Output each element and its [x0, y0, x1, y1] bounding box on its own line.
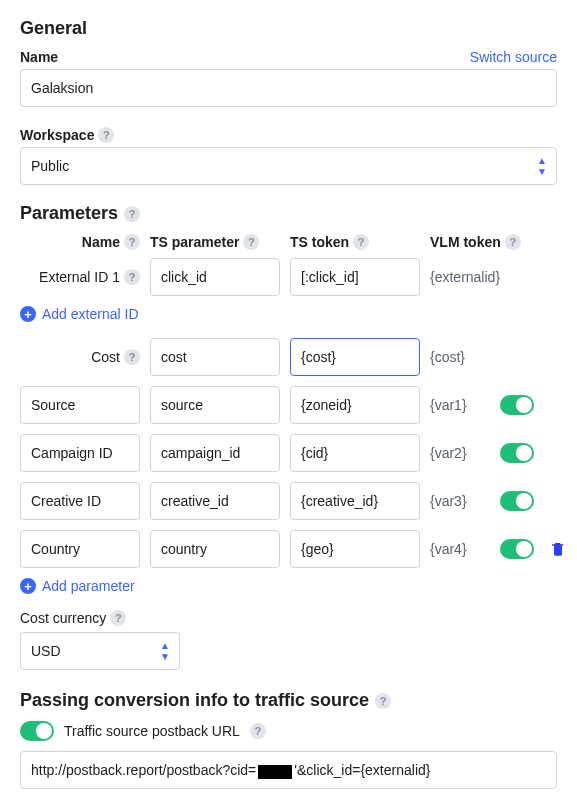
parameters-header-row: Name? TS parameter? TS token? VLM token?	[20, 234, 557, 250]
redacted-block	[258, 765, 292, 779]
postback-toggle[interactable]	[20, 721, 54, 741]
help-icon[interactable]: ?	[250, 723, 266, 739]
section-postback-title: Passing conversion info to traffic sourc…	[20, 690, 557, 711]
name-label: Name	[20, 49, 58, 65]
section-general-title: General	[20, 18, 557, 39]
help-icon[interactable]: ?	[124, 234, 140, 250]
param-row: {var3}	[20, 482, 557, 520]
add-parameter-button[interactable]: + Add parameter	[20, 578, 557, 594]
cost-label: Cost	[91, 349, 120, 365]
param-ts-token-input[interactable]	[290, 386, 420, 424]
help-icon[interactable]: ?	[110, 610, 126, 626]
param-name-input[interactable]	[20, 434, 140, 472]
external-ts-parameter-input[interactable]	[150, 258, 280, 296]
help-icon[interactable]: ?	[505, 234, 521, 250]
workspace-select[interactable]	[20, 147, 557, 185]
param-ts-parameter-input[interactable]	[150, 386, 280, 424]
help-icon[interactable]: ?	[375, 693, 391, 709]
cost-ts-parameter-input[interactable]	[150, 338, 280, 376]
cost-currency-label: Cost currency	[20, 610, 106, 626]
param-name-input[interactable]	[20, 386, 140, 424]
add-external-id-button[interactable]: + Add external ID	[20, 306, 557, 322]
help-icon[interactable]: ?	[124, 206, 140, 222]
param-ts-parameter-input[interactable]	[150, 530, 280, 568]
param-vlm-token: {var3}	[430, 493, 490, 509]
plus-icon: +	[20, 578, 36, 594]
plus-icon: +	[20, 306, 36, 322]
param-name-input[interactable]	[20, 482, 140, 520]
cost-currency-select[interactable]	[20, 632, 180, 670]
help-icon[interactable]: ?	[353, 234, 369, 250]
help-icon[interactable]: ?	[243, 234, 259, 250]
help-icon[interactable]: ?	[124, 269, 140, 285]
param-toggle[interactable]	[500, 395, 534, 415]
help-icon[interactable]: ?	[124, 349, 140, 365]
param-ts-token-input[interactable]	[290, 530, 420, 568]
param-vlm-token: {var1}	[430, 397, 490, 413]
param-row: {var4}	[20, 530, 557, 568]
external-ts-token-input[interactable]	[290, 258, 420, 296]
param-ts-parameter-input[interactable]	[150, 434, 280, 472]
postback-url-input[interactable]: http://postback.report/postback?cid= '&c…	[20, 751, 557, 789]
external-id-label: External ID 1	[39, 269, 120, 285]
param-ts-token-input[interactable]	[290, 434, 420, 472]
param-toggle[interactable]	[500, 443, 534, 463]
param-row-external: External ID 1 ? {externalid}	[20, 258, 557, 296]
param-name-input[interactable]	[20, 530, 140, 568]
section-parameters-title: Parameters ?	[20, 203, 557, 224]
cost-ts-token-input[interactable]	[290, 338, 420, 376]
name-input[interactable]	[20, 69, 557, 107]
cost-vlm-token: {cost}	[430, 349, 530, 365]
help-icon[interactable]: ?	[98, 127, 114, 143]
trash-icon[interactable]	[550, 541, 570, 557]
param-ts-token-input[interactable]	[290, 482, 420, 520]
param-ts-parameter-input[interactable]	[150, 482, 280, 520]
param-toggle[interactable]	[500, 539, 534, 559]
param-row: {var2}	[20, 434, 557, 472]
param-toggle[interactable]	[500, 491, 534, 511]
switch-source-link[interactable]: Switch source	[470, 49, 557, 65]
postback-toggle-label: Traffic source postback URL	[64, 723, 240, 739]
param-row-cost: Cost ? {cost}	[20, 338, 557, 376]
external-vlm-token: {externalid}	[430, 269, 530, 285]
param-row: {var1}	[20, 386, 557, 424]
param-vlm-token: {var4}	[430, 541, 490, 557]
param-vlm-token: {var2}	[430, 445, 490, 461]
workspace-label: Workspace ?	[20, 127, 114, 143]
